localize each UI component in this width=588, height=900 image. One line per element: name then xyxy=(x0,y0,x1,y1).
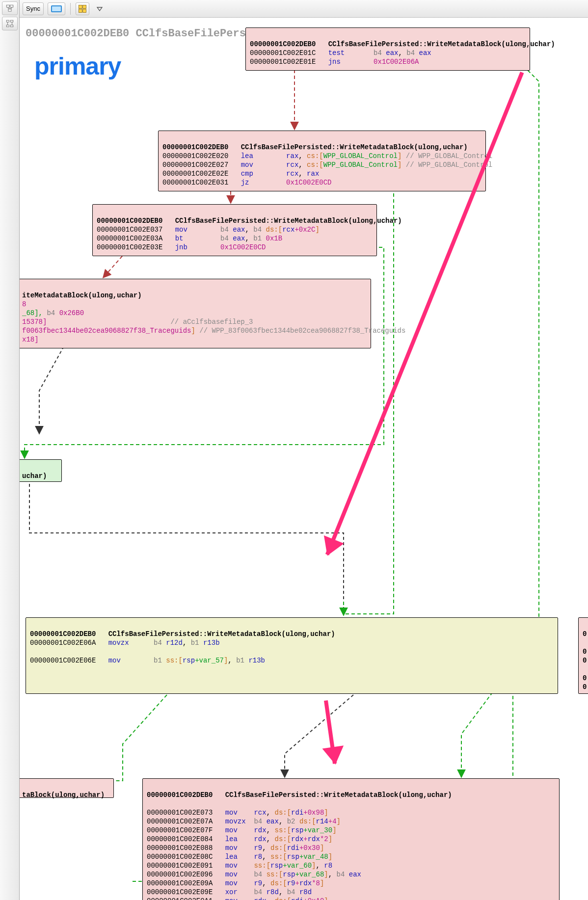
primary-watermark: primary xyxy=(34,52,121,80)
svg-rect-3 xyxy=(6,20,9,22)
svg-rect-6 xyxy=(10,25,13,27)
sync-button-label: Sync xyxy=(26,5,40,12)
annotation-arrow-short xyxy=(324,700,337,764)
svg-rect-11 xyxy=(79,9,82,12)
search-button[interactable] xyxy=(76,2,89,15)
block-writesector[interactable]: 00000001C002DEB0 CClfsBaseFilePersisted:… xyxy=(142,778,560,900)
graph-combine-icon[interactable] xyxy=(2,17,18,30)
svg-rect-9 xyxy=(79,5,82,8)
block-wpp-check[interactable]: 00000001C002DEB0 CClfsBaseFilePersisted:… xyxy=(158,131,486,191)
sync-button[interactable]: Sync xyxy=(23,2,44,15)
block-movzx[interactable]: 00000001C002DEB0 CClfsBaseFilePersisted:… xyxy=(26,617,558,694)
svg-rect-1 xyxy=(10,5,13,7)
graph-canvas[interactable]: 00000001C002DEB0 CClfsBaseFilePersisted:… xyxy=(20,18,588,900)
graph-group-icon[interactable] xyxy=(2,1,18,15)
top-toolbar: Sync xyxy=(20,0,588,18)
block-right-clip[interactable]: 0 0 0 0 0 xyxy=(578,617,588,694)
block-small-pink[interactable]: taBlock(ulong,uchar) xyxy=(20,778,114,798)
display-mode-button[interactable] xyxy=(48,2,65,15)
svg-rect-10 xyxy=(83,5,86,8)
svg-rect-0 xyxy=(6,5,9,7)
svg-rect-12 xyxy=(83,9,86,12)
block-small-green[interactable]: uchar) xyxy=(20,459,62,482)
left-toolbar xyxy=(0,0,20,900)
svg-rect-2 xyxy=(8,9,11,12)
svg-rect-8 xyxy=(52,6,61,11)
svg-rect-5 xyxy=(6,25,9,27)
block-bt-check[interactable]: 00000001C002DEB0 CClfsBaseFilePersisted:… xyxy=(92,204,377,256)
toolbar-separator xyxy=(70,3,71,15)
block-trace[interactable]: iteMetadataBlock(ulong,uchar) 8 _68], b4… xyxy=(20,279,371,348)
svg-rect-4 xyxy=(10,20,13,22)
dropdown-button[interactable] xyxy=(93,2,106,15)
block-entry[interactable]: 00000001C002DEB0 CClfsBaseFilePersisted:… xyxy=(245,27,530,71)
